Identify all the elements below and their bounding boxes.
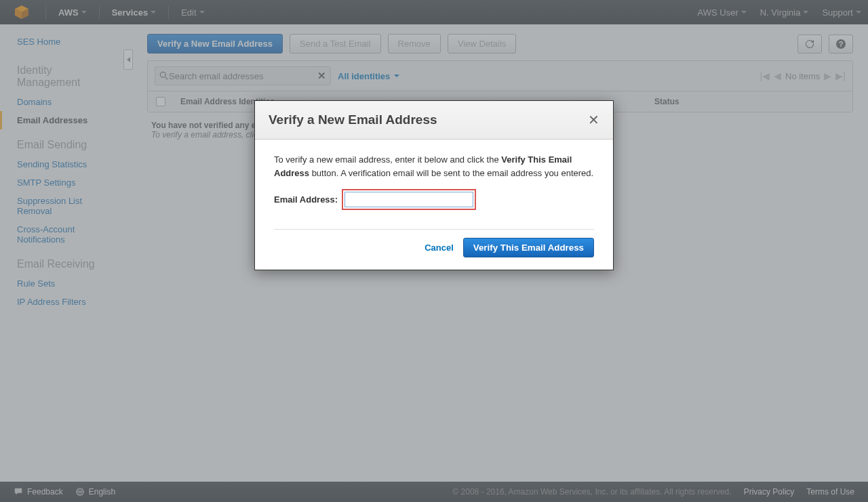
email-input-highlight [342,189,476,210]
close-icon[interactable]: ✕ [588,112,599,128]
modal-description: To verify a new email address, enter it … [274,153,594,180]
email-address-input[interactable] [344,192,473,207]
verify-email-modal: Verify a New Email Address ✕ To verify a… [254,100,614,270]
modal-title: Verify a New Email Address [269,112,588,127]
verify-this-email-button[interactable]: Verify This Email Address [463,238,594,257]
email-address-label: Email Address: [274,193,338,207]
cancel-button[interactable]: Cancel [425,243,454,253]
